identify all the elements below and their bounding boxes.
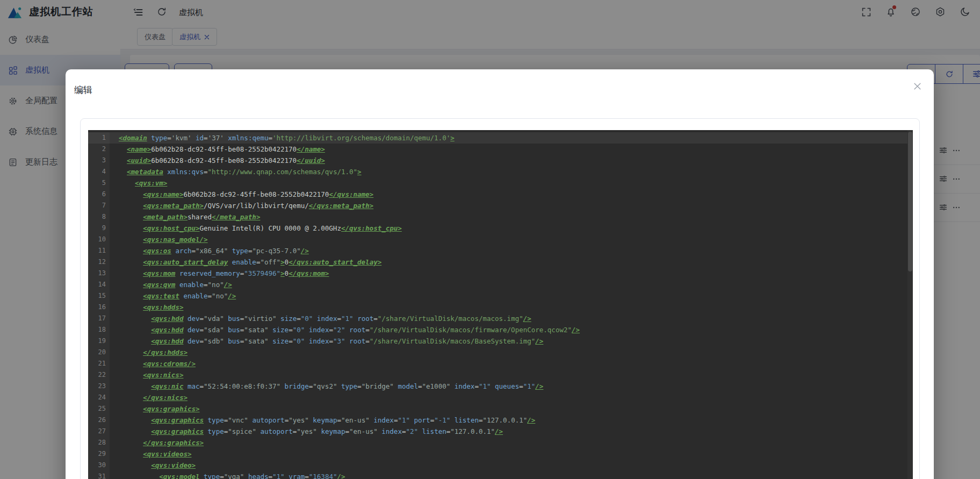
line-number: 1: [88, 132, 110, 144]
code-line-content: <qvs:hdd dev="sda" bus="sata" size="0" i…: [110, 324, 580, 335]
code-line[interactable]: 14 <qvs:qvm enable="no"/>: [88, 279, 913, 290]
code-line[interactable]: 30 <qvs:video>: [88, 460, 913, 471]
code-line-content: </qvs:graphics>: [110, 437, 204, 448]
code-line[interactable]: 4 <metadata xmlns:qvs="http://www.qnap.c…: [88, 166, 913, 177]
code-line[interactable]: 6 <qvs:name>6b062b28-dc92-45ff-be08-2552…: [88, 189, 913, 200]
code-editor[interactable]: 1<domain type='kvm' id='37' xmlns:qemu='…: [88, 130, 913, 479]
line-number: 17: [88, 313, 110, 324]
code-line[interactable]: 1<domain type='kvm' id='37' xmlns:qemu='…: [88, 132, 913, 144]
line-number: 7: [88, 200, 110, 211]
dialog-title: 编辑: [74, 84, 92, 96]
code-line-content: <qvs:test enable="no"/>: [110, 290, 236, 302]
line-number: 18: [88, 324, 110, 335]
code-line-content: <qvs:os arch="x86_64" type="pc-q35-7.0"/…: [110, 245, 309, 256]
line-number: 30: [88, 460, 110, 471]
code-line[interactable]: 16 <qvs:hdds>: [88, 302, 913, 313]
code-line[interactable]: 3 <uuid>6b062b28-dc92-45ff-be08-2552b042…: [88, 155, 913, 166]
code-line-content: <qvs:name>6b062b28-dc92-45ff-be08-2552b0…: [110, 189, 373, 200]
line-number: 4: [88, 166, 110, 177]
editor-scrollbar[interactable]: [907, 130, 913, 479]
line-number: 25: [88, 403, 110, 414]
code-line-content: <qvs:graphics type="vnc" autoport="yes" …: [110, 414, 535, 426]
code-line[interactable]: 5 <qvs:vm>: [88, 177, 913, 189]
line-number: 24: [88, 392, 110, 403]
code-line[interactable]: 31 <qvs:model type="vga" heads="1" vram=…: [88, 471, 913, 479]
code-line-content: <qvs:nas_model/>: [110, 234, 208, 245]
line-number: 10: [88, 234, 110, 245]
code-line[interactable]: 18 <qvs:hdd dev="sda" bus="sata" size="0…: [88, 324, 913, 335]
line-number: 9: [88, 223, 110, 234]
scrollbar-thumb[interactable]: [908, 132, 912, 271]
code-line[interactable]: 15 <qvs:test enable="no"/>: [88, 290, 913, 302]
edit-dialog: 编辑 1<domain type='kvm' id='37' xmlns:qem…: [66, 69, 934, 479]
code-line-content: <qvs:videos>: [110, 448, 191, 460]
code-line-content: <qvs:host_cpu>Genuine Intel(R) CPU 0000 …: [110, 223, 402, 234]
code-line[interactable]: 22 <qvs:nics>: [88, 369, 913, 381]
line-number: 21: [88, 358, 110, 369]
code-line[interactable]: 24 </qvs:nics>: [88, 392, 913, 403]
code-line[interactable]: 29 <qvs:videos>: [88, 448, 913, 460]
code-line[interactable]: 2 <name>6b062b28-dc92-45ff-be08-2552b042…: [88, 144, 913, 155]
code-line-content: <qvs:model type="vga" heads="1" vram="16…: [110, 471, 345, 479]
line-number: 19: [88, 335, 110, 347]
line-number: 2: [88, 144, 110, 155]
close-icon[interactable]: [912, 81, 923, 91]
code-line[interactable]: 17 <qvs:hdd dev="vda" bus="virtio" size=…: [88, 313, 913, 324]
code-line-content: <uuid>6b062b28-dc92-45ff-be08-2552b04221…: [110, 155, 325, 166]
code-line-content: <qvs:hdd dev="vda" bus="virtio" size="0"…: [110, 313, 531, 324]
code-line-content: <name>6b062b28-dc92-45ff-be08-2552b04221…: [110, 144, 325, 155]
code-line-content: <qvs:graphics type="spice" autoport="yes…: [110, 426, 503, 437]
code-line[interactable]: 11 <qvs:os arch="x86_64" type="pc-q35-7.…: [88, 245, 913, 256]
code-line-content: <qvs:vm>: [110, 177, 167, 189]
code-line-content: <qvs:mom reserved_memory="3579496">0</qv…: [110, 268, 329, 279]
code-line-content: <metadata xmlns:qvs="http://www.qnap.com…: [110, 166, 362, 177]
code-line[interactable]: 25 <qvs:graphics>: [88, 403, 913, 414]
line-number: 26: [88, 414, 110, 426]
code-line[interactable]: 10 <qvs:nas_model/>: [88, 234, 913, 245]
code-line[interactable]: 9 <qvs:host_cpu>Genuine Intel(R) CPU 000…: [88, 223, 913, 234]
code-line-content: <domain type='kvm' id='37' xmlns:qemu='h…: [110, 132, 455, 144]
line-number: 12: [88, 256, 110, 268]
code-line[interactable]: 21 <qvs:cdroms/>: [88, 358, 913, 369]
line-number: 27: [88, 426, 110, 437]
line-number: 6: [88, 189, 110, 200]
code-line-content: <qvs:auto_start_delay enable="off">0</qv…: [110, 256, 381, 268]
code-line-content: <qvs:hdds>: [110, 302, 183, 313]
line-number: 23: [88, 381, 110, 392]
line-number: 31: [88, 471, 110, 479]
code-line-content: <meta_path>shared</meta_path>: [110, 211, 260, 223]
virtualization-app-screen: 虚拟机工作站 虚拟机: [0, 0, 980, 479]
xml-editor-frame: 1<domain type='kvm' id='37' xmlns:qemu='…: [80, 118, 920, 479]
code-line[interactable]: 20 </qvs:hdds>: [88, 347, 913, 358]
code-line-content: </qvs:hdds>: [110, 347, 188, 358]
line-number: 15: [88, 290, 110, 302]
code-line[interactable]: 23 <qvs:nic mac="52:54:00:e8:f0:37" brid…: [88, 381, 913, 392]
code-line[interactable]: 12 <qvs:auto_start_delay enable="off">0<…: [88, 256, 913, 268]
line-number: 3: [88, 155, 110, 166]
code-line[interactable]: 19 <qvs:hdd dev="sdb" bus="sata" size="0…: [88, 335, 913, 347]
code-line-content: <qvs:nics>: [110, 369, 183, 381]
code-line-content: <qvs:hdd dev="sdb" bus="sata" size="0" i…: [110, 335, 543, 347]
line-number: 16: [88, 302, 110, 313]
line-number: 8: [88, 211, 110, 223]
code-line-content: <qvs:nic mac="52:54:00:e8:f0:37" bridge=…: [110, 381, 543, 392]
code-line-content: <qvs:graphics>: [110, 403, 200, 414]
line-number: 22: [88, 369, 110, 381]
code-line[interactable]: 13 <qvs:mom reserved_memory="3579496">0<…: [88, 268, 913, 279]
line-number: 5: [88, 177, 110, 189]
code-line[interactable]: 7 <qvs:meta_path>/QVS/var/lib/libvirt/qe…: [88, 200, 913, 211]
code-line[interactable]: 28 </qvs:graphics>: [88, 437, 913, 448]
code-line-content: </qvs:nics>: [110, 392, 188, 403]
code-line-content: <qvs:qvm enable="no"/>: [110, 279, 232, 290]
code-line[interactable]: 8 <meta_path>shared</meta_path>: [88, 211, 913, 223]
code-line[interactable]: 26 <qvs:graphics type="vnc" autoport="ye…: [88, 414, 913, 426]
line-number: 14: [88, 279, 110, 290]
line-number: 20: [88, 347, 110, 358]
code-line-content: <qvs:cdroms/>: [110, 358, 196, 369]
code-line-content: <qvs:meta_path>/QVS/var/lib/libvirt/qemu…: [110, 200, 373, 211]
line-number: 29: [88, 448, 110, 460]
code-line-content: <qvs:video>: [110, 460, 196, 471]
line-number: 28: [88, 437, 110, 448]
code-line[interactable]: 27 <qvs:graphics type="spice" autoport="…: [88, 426, 913, 437]
line-number: 13: [88, 268, 110, 279]
